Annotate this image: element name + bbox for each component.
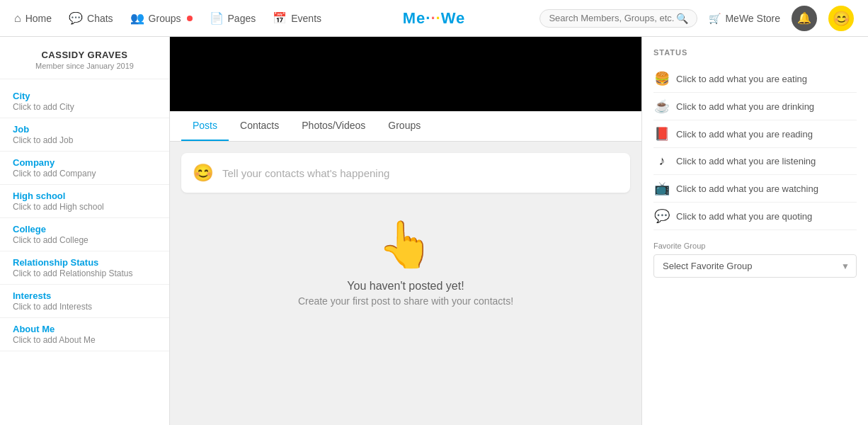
watching-icon: 📺 xyxy=(653,181,670,196)
pages-icon: 📄 xyxy=(210,11,224,25)
center-content: Posts Contacts Photos/Videos Groups 😊 Te… xyxy=(170,37,641,425)
sidebar-field-highschool[interactable]: High school Click to add High school xyxy=(0,185,169,218)
quoting-icon: 💬 xyxy=(653,208,670,224)
select-wrapper: Select Favorite Group ▼ xyxy=(653,254,857,278)
favorite-group-label: Favorite Group xyxy=(653,242,857,250)
interests-label[interactable]: Interests xyxy=(13,290,156,301)
tab-contacts[interactable]: Contacts xyxy=(229,111,290,141)
watching-text: Click to add what you are watching xyxy=(676,183,818,194)
chats-icon: 💬 xyxy=(69,11,83,25)
top-nav: ⌂ Home 💬 Chats 👥 Groups 📄 Pages 📅 Events… xyxy=(0,0,868,37)
search-icon: 🔍 xyxy=(676,13,688,24)
job-label[interactable]: Job xyxy=(13,124,156,135)
tab-groups[interactable]: Groups xyxy=(377,111,432,141)
cover-photo xyxy=(170,37,641,111)
listening-text: Click to add what you are listening xyxy=(676,156,816,166)
empty-state-subtitle: Create your first post to share with you… xyxy=(181,295,630,307)
bell-icon: 🔔 xyxy=(797,11,811,25)
post-placeholder[interactable]: Tell your contacts what's happening xyxy=(222,167,619,179)
status-drinking[interactable]: ☕ Click to add what you are drinking xyxy=(653,93,857,120)
tab-posts[interactable]: Posts xyxy=(181,111,229,141)
sidebar-field-college[interactable]: College Click to add College xyxy=(0,218,169,251)
nav-events-label: Events xyxy=(291,13,321,24)
pointing-hand-icon: 👆 xyxy=(181,218,630,271)
nav-pages-label: Pages xyxy=(228,13,256,24)
nav-chats-label: Chats xyxy=(87,13,113,24)
nav-home[interactable]: ⌂ Home xyxy=(14,12,52,25)
tab-photos[interactable]: Photos/Videos xyxy=(290,111,377,141)
aboutme-label[interactable]: About Me xyxy=(13,324,156,334)
favorite-group-select[interactable]: Select Favorite Group xyxy=(653,254,857,278)
search-box[interactable]: 🔍 xyxy=(539,9,697,28)
interests-value[interactable]: Click to add Interests xyxy=(13,302,156,312)
sidebar-field-company[interactable]: Company Click to add Company xyxy=(0,152,169,185)
store-link[interactable]: 🛒 MeWe Store xyxy=(709,13,780,24)
status-quoting[interactable]: 💬 Click to add what you are quoting xyxy=(653,203,857,230)
post-avatar-emoji: 😊 xyxy=(193,163,214,183)
sidebar-field-interests[interactable]: Interests Click to add Interests xyxy=(0,285,169,318)
groups-notification-dot xyxy=(187,16,193,21)
nav-home-label: Home xyxy=(25,13,52,24)
college-label[interactable]: College xyxy=(13,224,156,234)
nav-pages[interactable]: 📄 Pages xyxy=(210,11,256,25)
eating-icon: 🍔 xyxy=(653,71,670,86)
company-label[interactable]: Company xyxy=(13,157,156,168)
user-header: CASSIDY GRAVES Member since January 2019 xyxy=(0,44,169,79)
empty-state: 👆 You haven't posted yet! Create your fi… xyxy=(181,204,630,328)
left-sidebar: CASSIDY GRAVES Member since January 2019… xyxy=(0,37,170,425)
aboutme-value[interactable]: Click to add About Me xyxy=(13,335,156,345)
status-watching[interactable]: 📺 Click to add what you are watching xyxy=(653,175,857,203)
relationship-label[interactable]: Relationship Status xyxy=(13,257,156,268)
reading-icon: 📕 xyxy=(653,126,670,142)
empty-state-title: You haven't posted yet! xyxy=(181,280,630,293)
nav-right: 🔍 🛒 MeWe Store 🔔 😊 xyxy=(539,6,854,31)
events-icon: 📅 xyxy=(273,11,287,25)
sidebar-field-aboutme[interactable]: About Me Click to add About Me xyxy=(0,318,169,351)
nav-groups[interactable]: 👥 Groups xyxy=(130,11,193,25)
city-value[interactable]: Click to add City xyxy=(13,102,156,112)
user-name: CASSIDY GRAVES xyxy=(0,50,169,60)
search-input[interactable] xyxy=(549,13,676,23)
status-title: STATUS xyxy=(653,48,857,57)
avatar-face: 😊 xyxy=(833,10,850,27)
nav-chats[interactable]: 💬 Chats xyxy=(69,11,113,25)
right-panel: STATUS 🍔 Click to add what you are eatin… xyxy=(641,37,868,425)
store-label: MeWe Store xyxy=(725,13,780,24)
home-icon: ⌂ xyxy=(14,12,21,25)
status-listening[interactable]: ♪ Click to add what you are listening xyxy=(653,148,857,175)
nav-items: ⌂ Home 💬 Chats 👥 Groups 📄 Pages 📅 Events xyxy=(14,11,321,25)
favorite-group-section: Favorite Group Select Favorite Group ▼ xyxy=(653,242,857,278)
company-value[interactable]: Click to add Company xyxy=(13,169,156,178)
sidebar-field-job[interactable]: Job Click to add Job xyxy=(0,118,169,152)
sidebar-field-relationship[interactable]: Relationship Status Click to add Relatio… xyxy=(0,251,169,285)
logo: Me···We xyxy=(403,9,466,28)
quoting-text: Click to add what you are quoting xyxy=(676,211,812,222)
college-value[interactable]: Click to add College xyxy=(13,235,156,245)
profile-tabs: Posts Contacts Photos/Videos Groups xyxy=(170,111,641,142)
reading-text: Click to add what you are reading xyxy=(676,129,813,140)
eating-text: Click to add what you are eating xyxy=(676,74,807,84)
nav-groups-label: Groups xyxy=(149,13,181,24)
groups-icon: 👥 xyxy=(130,11,144,25)
notification-bell[interactable]: 🔔 xyxy=(792,6,817,31)
member-since: Member since January 2019 xyxy=(0,62,169,70)
drinking-text: Click to add what you are drinking xyxy=(676,101,814,112)
nav-events[interactable]: 📅 Events xyxy=(273,11,321,25)
status-reading[interactable]: 📕 Click to add what you are reading xyxy=(653,120,857,148)
relationship-value[interactable]: Click to add Relationship Status xyxy=(13,268,156,278)
job-value[interactable]: Click to add Job xyxy=(13,135,156,145)
highschool-label[interactable]: High school xyxy=(13,191,156,201)
cart-icon: 🛒 xyxy=(709,13,721,24)
post-box[interactable]: 😊 Tell your contacts what's happening xyxy=(181,153,630,193)
sidebar-field-city[interactable]: City Click to add City xyxy=(0,85,169,118)
listening-icon: ♪ xyxy=(653,154,670,169)
drinking-icon: ☕ xyxy=(653,98,670,114)
main-container: CASSIDY GRAVES Member since January 2019… xyxy=(0,37,868,425)
status-eating[interactable]: 🍔 Click to add what you are eating xyxy=(653,65,857,93)
user-avatar[interactable]: 😊 xyxy=(828,6,854,31)
content-area: 😊 Tell your contacts what's happening 👆 … xyxy=(170,142,641,339)
city-label[interactable]: City xyxy=(13,91,156,101)
highschool-value[interactable]: Click to add High school xyxy=(13,202,156,212)
